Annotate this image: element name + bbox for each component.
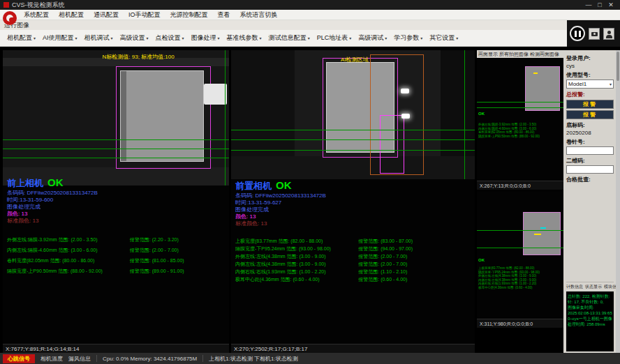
menu-item[interactable]: 光源控制配置 (165, 10, 213, 20)
chevron-down-icon: ▾ (610, 82, 612, 86)
toolbar-item[interactable]: 高级调试 ▾ (355, 33, 390, 43)
menu-item[interactable]: 相机配置 (54, 10, 89, 20)
alarm-range: 报警范围: (2.00 - 7.00) (130, 245, 179, 255)
chevron-down-icon: ▾ (75, 36, 78, 40)
divider (202, 355, 203, 362)
stats-line: 2025:02:08-13:31:39:65 (568, 310, 612, 316)
marker-yellow (533, 73, 538, 74)
batch-label: 底标码: (566, 121, 614, 129)
toolbar-item[interactable]: 相机配置 ▾ (3, 33, 39, 43)
measure-line (3, 139, 229, 140)
stats-panel: 总针数: 222, 检测针数:针: 17, 不良针数: 0,图像采集时间:202… (566, 291, 614, 351)
toolbar-item[interactable]: 图像处理 ▾ (188, 33, 223, 43)
user-button[interactable] (603, 28, 614, 40)
coordinate-bar-thumb1: X:267;Y:13;R:0;G:0;B:0 (477, 181, 563, 190)
camera-name-label: 前上相机 (7, 177, 43, 190)
roi-outline-small (380, 115, 404, 174)
main-area: N标检测值: 93; 标准均值:100 前上相机 OK 条码码: DFFiiw2… (0, 47, 620, 353)
measure-line (477, 248, 563, 248)
measure-line (3, 158, 229, 158)
camera-image-left[interactable]: N标检测值: 93; 标准均值:100 前上相机 OK 条码码: DFFiiw2… (3, 50, 229, 344)
camera-view-right: AI检测区域 前置相机 OK 条码码: DFFiiw20250208133134… (231, 50, 475, 353)
toolbar-item-label: 其它设置 (429, 33, 455, 43)
maximize-button[interactable]: □ (594, 1, 605, 8)
chevron-down-icon: ▾ (182, 36, 184, 40)
batch-value: 20250208 (566, 130, 614, 136)
result-ok-label: OK (47, 176, 64, 188)
thumbnail-top-image[interactable]: OK 外侧左线:隔膜-3.92mm 范围: (2.00 - 3.50)内侧左线:… (477, 58, 563, 181)
stats-section: 计数信息状态显示模块信息 总针数: 222, 检测针数:针: 17, 不良针数:… (566, 282, 614, 351)
toolbar-item[interactable]: 相机调试 ▾ (81, 33, 117, 43)
toolbar-item[interactable]: 点检设置 ▾ (152, 33, 188, 43)
stats-tab[interactable]: 计数信息 (566, 284, 583, 290)
alarm-range: 报警范围: (94.00 - 97.00) (358, 245, 413, 252)
time-text: 时间:13-31-59-627 (235, 199, 472, 206)
qr-label: 二维码: (566, 157, 614, 165)
toolbar-item[interactable]: 学习参数 ▾ (390, 33, 426, 43)
time-text: 时间:13-31-59-600 (7, 197, 226, 204)
roll-number-label: 卷针号: (566, 138, 614, 146)
qr-input[interactable] (566, 165, 614, 174)
coordinate-bar-thumb2: X:311;Y:980;R:0;G:0;B:0 (477, 319, 563, 328)
result-ok-label: OK (276, 179, 292, 191)
toolbar-item[interactable]: 高级设置 ▾ (117, 33, 152, 43)
stats-line: 总针数: 222, 检测针数: (568, 294, 612, 299)
marker-cyan (540, 227, 546, 229)
thumbnail-column: 画面显示 所有拍照图像 检测画面图像 OK 外侧左线:隔膜-3.92mm 范围:… (477, 50, 563, 353)
toolbar-item-label: 高级调试 (358, 33, 383, 43)
toolbar-item[interactable]: 其它设置 ▾ (426, 33, 462, 43)
toolbar-item[interactable]: 基准线参数 ▾ (223, 33, 265, 43)
measurement-value: 外侧左线:隔膜-3.92mm 范围: (2.00 - 3.50) (7, 237, 98, 242)
camera-temp-label: 相机温度 (40, 355, 63, 363)
thumbnail-bottom-image[interactable]: OK 上极宽度(83.77mm 范围: (82.00 - 88.00)隔膜宽度-… (477, 192, 563, 319)
thumbnail-top[interactable]: OK 外侧左线:隔膜-3.92mm 范围: (2.00 - 3.50)内侧左线:… (477, 58, 563, 190)
menu-item[interactable]: 系统配置 (19, 10, 54, 20)
view-mode-header[interactable]: 画面显示 所有拍照图像 检测画面图像 (477, 50, 563, 58)
chevron-down-icon: ▾ (34, 36, 36, 40)
measurement-row: 外侧左线:隔膜-3.92mm 范围: (2.00 - 3.50) 报警范围: (… (7, 234, 226, 245)
menu-item[interactable]: 查看 (213, 10, 235, 20)
thumbnail-measurements: 上极宽度(83.77mm 范围: (82.00 - 88.00)隔膜宽度-下P9… (478, 266, 562, 289)
toolbar-item[interactable]: 测试信息配置 ▾ (265, 33, 313, 43)
measurement-value: 内侧左线:左线(4.38mm 范围: (3.00 - 9.00) (235, 261, 326, 266)
scrollbar-thumb[interactable] (617, 52, 619, 81)
tab-row: 运行图像 (0, 20, 620, 30)
pause-button[interactable] (570, 26, 585, 41)
model-value: Model1 (568, 81, 586, 87)
measure-line (477, 107, 563, 108)
measurement-value: 内侧右线:右线(1.93mm 范围: (1.00 - 2.20) (235, 269, 326, 274)
alarm-label: 总报警: (566, 91, 614, 98)
menu-item[interactable]: 通讯配置 (89, 10, 124, 20)
minimize-button[interactable]: — (583, 1, 594, 8)
camera-button[interactable] (589, 28, 600, 40)
measurement-list: 外侧左线:隔膜-3.92mm 范围: (2.00 - 3.50) 报警范围: (… (7, 234, 226, 276)
barcode-text: 条码码: DFFiiw2025020813313472B (7, 190, 226, 197)
toolbar-item[interactable]: PLC地址表 ▾ (313, 33, 355, 43)
roll-number-input[interactable] (566, 146, 614, 155)
check-label: 合格批查: (566, 176, 614, 183)
camera-icon (591, 32, 598, 36)
measurement-row: 极耳中心距(4.36mm 范围: (0.60 - 4.00) 报警范围: (0.… (235, 275, 472, 283)
camera-image-right[interactable]: AI检测区域 前置相机 OK 条码码: DFFiiw20250208133134… (231, 50, 475, 344)
pixel-coordinates: X:270;Y:2502;R:17;G:17;B:17 (234, 346, 307, 352)
sidebar-scrollbar[interactable] (616, 50, 620, 353)
stats-tab[interactable]: 状态显示 (585, 284, 602, 290)
toolbar-item-label: 点检设置 (156, 33, 181, 43)
measurement-list: 上极宽度(83.77mm 范围: (82.00 - 88.00) 报警范围: (… (235, 237, 472, 283)
model-select[interactable]: Model1 ▾ (566, 79, 614, 89)
chevron-down-icon: ▾ (420, 36, 422, 40)
tool-bar: 相机配置 ▾ AI使用配置 ▾ 相机调试 ▾ 高级设置 ▾ 点检设置 ▾ (0, 30, 620, 47)
close-button[interactable]: ✕ (605, 1, 617, 8)
thumbnail-bottom[interactable]: OK 上极宽度(83.77mm 范围: (82.00 - 88.00)隔膜宽度-… (477, 190, 563, 328)
menu-item[interactable]: IO手动配置 (124, 10, 165, 20)
measure-line (3, 149, 229, 149)
menu-item[interactable]: 系统语言切换 (235, 10, 283, 20)
toolbar-item[interactable]: AI使用配置 ▾ (39, 33, 81, 43)
stats-line: 0~cys一号上相机一图像 (568, 316, 612, 321)
right-sidebar: 登录用户: cys 使用型号: Model1 ▾ 总报警: 报警报警 底标码: … (563, 50, 620, 353)
measurement-row: 内侧左线:左线(4.38mm 范围: (3.00 - 9.00) 报警范围: (… (235, 260, 472, 268)
marker-yellow (534, 234, 541, 235)
menu-bar: 系统配置 相机配置 通讯配置 IO手动配置 光源控制配置 查看 系统语言切换 (0, 10, 620, 20)
chevron-down-icon: ▾ (111, 36, 113, 40)
user-value: cys (566, 63, 614, 69)
